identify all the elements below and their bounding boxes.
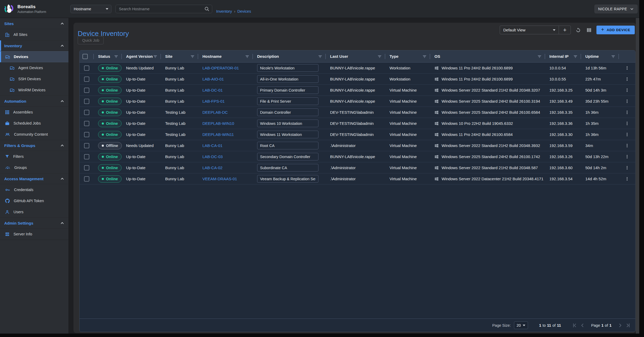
columns-button[interactable]	[586, 27, 592, 34]
sidebar-section-inventory[interactable]: Inventory	[0, 40, 68, 51]
column-header-last-user[interactable]: Last User	[326, 50, 385, 62]
column-header-uptime[interactable]: Uptime	[581, 50, 619, 62]
row-actions-button[interactable]	[623, 120, 631, 127]
filter-icon[interactable]	[377, 54, 382, 59]
filter-icon[interactable]	[573, 54, 578, 59]
filter-icon[interactable]	[190, 54, 195, 59]
description-input[interactable]	[257, 75, 318, 83]
description-input[interactable]	[257, 108, 318, 116]
description-input[interactable]	[257, 142, 318, 149]
sidebar-item-devices[interactable]: Devices	[0, 51, 68, 62]
sidebar-item-all-sites[interactable]: All Sites	[0, 29, 68, 40]
sidebar-section-automation[interactable]: Automation	[0, 96, 68, 107]
sidebar-item-community-content[interactable]: Community Content	[0, 129, 68, 140]
column-header-site[interactable]: Site	[161, 50, 198, 62]
row-checkbox[interactable]	[84, 165, 89, 170]
hostname-link[interactable]: LAB-OPERATOR-01	[202, 66, 239, 70]
row-checkbox[interactable]	[84, 154, 89, 159]
row-actions-button[interactable]	[623, 164, 631, 172]
page-size-select[interactable]: 20	[514, 321, 528, 329]
row-checkbox[interactable]	[84, 176, 89, 182]
hostname-link[interactable]: LAB-CA-01	[202, 143, 223, 148]
first-page-button[interactable]	[571, 322, 578, 329]
add-view-button[interactable]: +	[559, 26, 571, 34]
column-header-status[interactable]: Status	[94, 50, 122, 62]
sidebar-item-ssh-devices[interactable]: SSH Devices	[0, 73, 68, 84]
description-input[interactable]	[257, 64, 318, 72]
sidebar-section-access-management[interactable]: Access Management	[0, 173, 68, 184]
description-input[interactable]	[257, 120, 318, 127]
filter-icon[interactable]	[153, 54, 158, 59]
filter-icon[interactable]	[422, 54, 427, 59]
row-checkbox[interactable]	[84, 65, 89, 71]
row-actions-button[interactable]	[623, 108, 631, 116]
hostname-link[interactable]: DEEPLAB-WIN10	[202, 121, 234, 126]
breadcrumb-inventory[interactable]: Inventory	[216, 9, 232, 13]
breadcrumb-devices[interactable]: Devices	[237, 9, 251, 13]
add-device-button[interactable]: + ADD DEVICE	[596, 26, 635, 34]
view-select[interactable]: Default View	[500, 26, 559, 34]
hostname-link[interactable]: VEEAM-DRAAS-01	[202, 177, 237, 181]
prev-page-button[interactable]	[579, 322, 586, 329]
select-all-checkbox[interactable]	[82, 54, 88, 59]
sidebar-item-assemblies[interactable]: Assemblies	[0, 107, 68, 118]
sidebar-item-winrm-devices[interactable]: WinRM Devices	[0, 84, 68, 96]
row-actions-button[interactable]	[623, 75, 631, 83]
row-checkbox[interactable]	[84, 143, 89, 148]
description-input[interactable]	[257, 97, 318, 105]
row-checkbox[interactable]	[84, 88, 89, 93]
column-header-os[interactable]: OS	[430, 50, 545, 62]
row-actions-button[interactable]	[623, 131, 631, 139]
page-scrollbar[interactable]	[636, 18, 639, 334]
row-actions-button[interactable]	[623, 153, 631, 161]
row-actions-button[interactable]	[623, 175, 631, 183]
hostname-link[interactable]: LAB-DC-03	[202, 154, 223, 159]
sidebar-item-server-info[interactable]: Server Info	[0, 229, 68, 240]
sidebar-item-users[interactable]: Users	[0, 206, 68, 217]
filter-icon[interactable]	[114, 54, 119, 59]
hostname-link[interactable]: LAB-CA-02	[202, 165, 223, 170]
hostname-link[interactable]: LAB-FPS-01	[202, 99, 225, 103]
column-header-description[interactable]: Description	[253, 50, 326, 62]
column-header-internal-ip[interactable]: Internal IP	[545, 50, 581, 62]
next-page-button[interactable]	[617, 322, 624, 329]
row-checkbox[interactable]	[84, 121, 89, 126]
user-menu[interactable]: NICOLE RAPPE	[594, 4, 638, 13]
filter-icon[interactable]	[537, 54, 542, 59]
hostname-link[interactable]: LAB-AIO-01	[202, 77, 224, 81]
sidebar-section-admin-settings[interactable]: Admin Settings	[0, 217, 68, 229]
hostname-link[interactable]: LAB-DC-01	[202, 88, 223, 92]
row-checkbox[interactable]	[84, 132, 89, 137]
sidebar-item-credentials[interactable]: Credentials	[0, 184, 68, 195]
sidebar-item-groups[interactable]: Groups	[0, 162, 68, 173]
row-actions-button[interactable]	[623, 86, 631, 94]
filter-icon[interactable]	[245, 54, 250, 59]
description-input[interactable]	[257, 153, 318, 160]
description-input[interactable]	[257, 131, 318, 138]
refresh-button[interactable]	[575, 27, 582, 34]
row-checkbox[interactable]	[84, 110, 89, 115]
sidebar-item-agent-devices[interactable]: Agent Devices	[0, 62, 68, 73]
column-header-hostname[interactable]: Hostname	[198, 50, 253, 62]
hostname-link[interactable]: DEEPLAB-DC	[202, 110, 228, 115]
row-actions-button[interactable]	[623, 142, 631, 150]
last-page-button[interactable]	[625, 322, 632, 329]
quick-job-button[interactable]: Quick Job	[78, 36, 104, 44]
column-header-agent-version[interactable]: Agent Version	[122, 50, 161, 62]
column-header-type[interactable]: Type	[385, 50, 430, 62]
search-input[interactable]	[115, 5, 212, 13]
row-checkbox[interactable]	[84, 77, 89, 82]
description-input[interactable]	[257, 86, 318, 94]
row-actions-button[interactable]	[623, 97, 631, 105]
search-field-select[interactable]: Hostname	[70, 5, 112, 13]
sidebar-item-scheduled-jobs[interactable]: Scheduled Jobs	[0, 118, 68, 129]
sidebar-item-filters[interactable]: Filters	[0, 151, 68, 162]
description-input[interactable]	[257, 175, 318, 183]
filter-icon[interactable]	[318, 54, 323, 59]
sidebar-item-github-api-token[interactable]: GitHub API Token	[0, 195, 68, 206]
filter-icon[interactable]	[611, 54, 616, 59]
sidebar-section-filters-groups[interactable]: Filters & Groups	[0, 140, 68, 151]
hostname-link[interactable]: DEEPLAB-WIN11	[202, 132, 234, 137]
description-input[interactable]	[257, 164, 318, 172]
row-actions-button[interactable]	[623, 64, 631, 72]
